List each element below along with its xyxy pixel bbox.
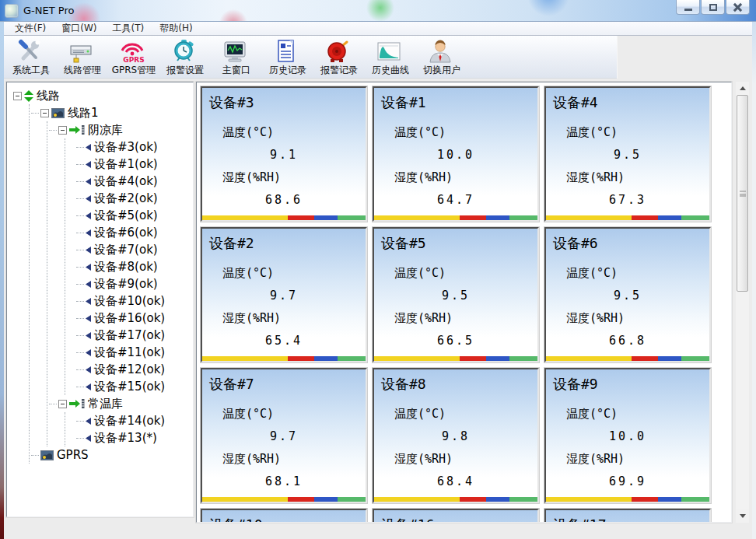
status-bar-segment — [681, 497, 709, 502]
device-card[interactable]: 设备#6温度(°C)9.5湿度(%RH)66.8 — [544, 227, 711, 362]
tree-connector — [76, 267, 84, 268]
minimize-button[interactable] — [676, 0, 700, 15]
window-controls — [676, 0, 750, 15]
tree-item[interactable]: 设备#2(ok) — [65, 190, 191, 207]
scroll-down-button[interactable] — [736, 509, 749, 523]
device-card[interactable]: 设备#7温度(°C)9.7湿度(%RH)68.1 — [201, 368, 367, 503]
tree-item[interactable]: 设备#5(ok) — [65, 207, 191, 224]
alarm-bell-icon — [325, 39, 350, 64]
tree-item[interactable]: 设备#16(ok) — [65, 310, 191, 327]
tree-item-label: 设备#9(ok) — [94, 275, 158, 292]
close-button[interactable] — [726, 0, 750, 15]
toolbar-icon-wrap — [222, 38, 250, 64]
status-bar-segment — [202, 497, 288, 502]
device-card[interactable]: 设备#5温度(°C)9.5湿度(%RH)66.5 — [373, 227, 539, 362]
tree-connector — [76, 421, 84, 422]
status-bar — [374, 215, 537, 220]
status-bar — [374, 356, 537, 361]
tree-item-label: 设备#7(ok) — [94, 241, 158, 258]
device-bullet-icon — [86, 298, 91, 305]
toolbar-button-label: GPRS管理 — [112, 64, 156, 77]
toolbar-button-label: 主窗口 — [222, 64, 250, 77]
toolbar-button[interactable]: 历史曲线 — [365, 37, 416, 77]
device-card[interactable]: 设备#17温度(°C)湿度(%RH) — [544, 509, 711, 523]
humidity-value: 66.5 — [374, 330, 537, 352]
tree-item[interactable]: 设备#1(ok) — [65, 156, 191, 173]
menu-item[interactable]: 窗口(W) — [54, 22, 104, 35]
menu-item[interactable]: 文件(F) — [7, 22, 54, 35]
device-bullet-icon — [86, 349, 91, 356]
menu-item[interactable]: 工具(T) — [105, 22, 152, 35]
tree-item[interactable]: 线路1 — [30, 104, 191, 121]
collapse-toggle[interactable] — [58, 400, 67, 408]
device-card[interactable]: 设备#9温度(°C)10.0湿度(%RH)69.9 — [544, 368, 711, 503]
device-tree-panel: 线路 线路1 阴凉库 设备#3(ok) 设备#1(ok) 设备#4(ok) 设备… — [6, 82, 194, 517]
status-bar — [546, 356, 709, 361]
curve-chart-icon — [376, 39, 401, 64]
tree-item[interactable]: 设备#13(*) — [65, 429, 191, 446]
device-bullet-icon — [86, 212, 91, 219]
scroll-up-button[interactable] — [736, 82, 749, 95]
device-card[interactable]: 设备#1温度(°C)10.0湿度(%RH)64.7 — [373, 86, 539, 222]
collapse-toggle[interactable] — [13, 92, 22, 100]
scrollbar-thumb[interactable] — [737, 95, 748, 292]
tree-item[interactable]: 设备#11(ok) — [65, 344, 191, 361]
tree-connector — [31, 113, 39, 114]
tree-item[interactable]: 阴凉库 — [47, 121, 191, 138]
maximize-button[interactable] — [701, 0, 725, 15]
tree-connector — [76, 147, 84, 148]
tree-item[interactable]: 设备#3(ok) — [65, 138, 191, 156]
toolbar-button[interactable]: 报警记录 — [313, 37, 365, 77]
client-area: 文件(F)窗口(W)工具(T)帮助(H) 系统工具 线路管理 GPRSGPRS管… — [4, 22, 752, 539]
tree-item[interactable]: 设备#14(ok) — [65, 412, 191, 429]
tree-item[interactable]: 设备#8(ok) — [65, 258, 191, 275]
tree-item[interactable]: 常温库 — [47, 395, 191, 412]
toolbar-button[interactable]: 历史记录 — [262, 37, 313, 77]
tree-item-label: 设备#1(ok) — [94, 156, 158, 173]
tree-item[interactable]: 设备#12(ok) — [65, 361, 191, 378]
device-card[interactable]: 设备#2温度(°C)9.7湿度(%RH)65.4 — [201, 227, 367, 362]
tree-connector — [76, 215, 84, 216]
temperature-value: 9.5 — [546, 285, 709, 307]
device-card[interactable]: 设备#3温度(°C)9.1湿度(%RH)68.6 — [201, 86, 367, 222]
tree-item[interactable]: 设备#7(ok) — [65, 241, 191, 258]
device-card[interactable]: 设备#16温度(°C)湿度(%RH) — [373, 509, 539, 523]
toolbar-button[interactable]: 主窗口 — [211, 37, 262, 77]
titlebar[interactable]: G-NET Pro — [0, 0, 756, 22]
tree-item-label: 设备#17(ok) — [94, 327, 165, 344]
tree-item[interactable]: 设备#4(ok) — [65, 173, 191, 190]
vertical-scrollbar[interactable] — [736, 82, 749, 523]
temperature-value: 10.0 — [546, 425, 709, 448]
tree-item[interactable]: 设备#10(ok) — [65, 292, 191, 310]
status-bar-segment — [338, 215, 366, 220]
toolbar-button[interactable]: 系统工具 — [5, 37, 57, 77]
lines-root-icon — [24, 90, 33, 102]
collapse-toggle[interactable] — [40, 109, 49, 117]
device-bullet-icon — [86, 247, 91, 254]
toolbar-button[interactable]: GPRSGPRS管理 — [108, 37, 159, 77]
temperature-label: 温度(°C) — [374, 403, 537, 425]
toolbar-button[interactable]: 报警设置 — [159, 37, 211, 77]
close-icon — [733, 2, 743, 12]
status-bar-segment — [314, 215, 338, 220]
device-card[interactable]: 设备#4温度(°C)9.5湿度(%RH)67.3 — [544, 86, 711, 222]
status-bar-segment — [460, 356, 486, 361]
tree-connector — [76, 352, 84, 353]
humidity-value: 68.4 — [374, 471, 537, 493]
status-bar-segment — [486, 497, 509, 502]
device-card[interactable]: 设备#8温度(°C)9.8湿度(%RH)68.4 — [373, 368, 539, 503]
collapse-toggle[interactable] — [58, 126, 67, 135]
device-card[interactable]: 设备#10温度(°C)湿度(%RH) — [201, 509, 367, 523]
status-bar — [202, 215, 366, 220]
menu-item[interactable]: 帮助(H) — [152, 22, 200, 35]
toolbar-button[interactable]: 线路管理 — [57, 37, 108, 77]
tree-item[interactable]: 设备#15(ok) — [65, 378, 191, 395]
toolbar-button-label: 切换用户 — [423, 64, 460, 77]
tree-item[interactable]: 设备#6(ok) — [65, 224, 191, 241]
tree-connector — [49, 404, 57, 404]
tree-item[interactable]: 线路 — [12, 87, 191, 104]
tree-item[interactable]: 设备#9(ok) — [65, 275, 191, 292]
toolbar-button[interactable]: 切换用户 — [416, 37, 467, 77]
tree-item[interactable]: 设备#17(ok) — [65, 327, 191, 344]
tree-item[interactable]: GPRS — [30, 446, 191, 464]
